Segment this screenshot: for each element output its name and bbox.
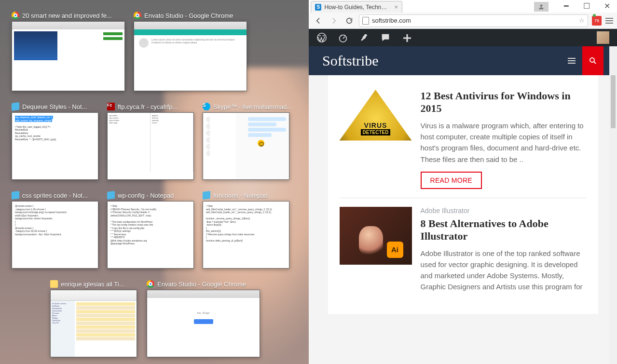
bookmark-star-icon[interactable]: ☆ xyxy=(579,17,585,24)
task-item[interactable]: S Skype™ - live:muhammad... ☺ xyxy=(203,103,292,180)
task-title: 20 smart new and improved fe... xyxy=(22,12,112,19)
browser-tab[interactable]: S How-to Guides, Technolog × xyxy=(311,1,402,13)
svg-point-0 xyxy=(540,4,543,7)
minimize-button[interactable]: ━ xyxy=(556,0,576,12)
chrome-icon xyxy=(147,280,154,288)
task-item[interactable]: wp-config - Notepad <?php// BEGIN iTheme… xyxy=(107,191,194,269)
task-thumbnail[interactable]: @media screen {.category-icon-1.26 a:hov… xyxy=(12,201,98,269)
task-title: Envato Studio - Google Chrome xyxy=(157,281,246,288)
user-avatar[interactable] xyxy=(597,31,609,44)
article-title[interactable]: 8 Best Alternatives to Adobe Illustrator xyxy=(421,217,587,243)
task-item[interactable]: 20 smart new and improved fe... xyxy=(12,12,125,91)
svg-point-3 xyxy=(590,58,594,62)
article-card: Adobe Illustrator 8 Best Alternatives to… xyxy=(340,198,587,308)
task-thumbnail[interactable]: ☺ xyxy=(203,112,289,180)
notepad-icon xyxy=(12,102,19,111)
dashboard-icon[interactable] xyxy=(338,32,348,43)
forward-button[interactable] xyxy=(328,15,340,27)
back-button[interactable] xyxy=(313,15,324,27)
task-row: css sprites code - Not... @media screen … xyxy=(12,191,309,269)
task-thumbnail[interactable]: <?php// BEGIN iThemes Security - Do not … xyxy=(107,201,194,269)
browser-toolbar: softstribe.com ☆ 78 xyxy=(309,13,617,29)
chrome-user-button[interactable] xyxy=(534,2,548,12)
address-bar[interactable]: softstribe.com ☆ xyxy=(359,14,588,27)
task-item[interactable]: Dequeue Styles - Not... wp_dequeue_style… xyxy=(12,103,98,180)
page-icon xyxy=(362,17,369,25)
task-row: Dequeue Styles - Not... wp_dequeue_style… xyxy=(12,103,309,180)
search-button[interactable] xyxy=(582,46,603,75)
chrome-icon xyxy=(12,12,19,19)
task-thumbnail[interactable] xyxy=(12,21,125,91)
task-item[interactable]: Envato Studio - Google Chrome Lorem ipsu… xyxy=(134,12,247,91)
task-thumbnail[interactable]: wp_dequeue_style( 'jetpack_css' ); add_a… xyxy=(12,112,98,180)
tab-title: How-to Guides, Technolog xyxy=(324,4,389,11)
url-text: softstribe.com xyxy=(372,17,411,24)
article-card: VIRUS DETECTED 12 Best Antivirus for Win… xyxy=(340,81,587,198)
scrollbar-thumb[interactable] xyxy=(611,75,616,128)
task-title: Dequeue Styles - Not... xyxy=(22,103,87,110)
task-view-overlay: 20 smart new and improved fe... Envato S… xyxy=(0,0,309,364)
chrome-icon xyxy=(134,12,141,19)
maximize-button[interactable]: ☐ xyxy=(576,0,597,12)
filezilla-icon: Fz xyxy=(107,103,115,110)
notepad-icon xyxy=(12,191,19,200)
task-thumbnail[interactable]: <?phpadd_filter('script_loader_src','_re… xyxy=(203,201,289,269)
task-item[interactable]: css sprites code - Not... @media screen … xyxy=(12,191,98,269)
task-title: Envato Studio - Google Chrome xyxy=(144,12,233,19)
article-title[interactable]: 12 Best Antivirus for Windows in 2015 xyxy=(421,90,587,115)
notepad-icon xyxy=(203,191,210,200)
add-new-icon[interactable] xyxy=(401,32,412,43)
customize-brush-icon[interactable] xyxy=(359,32,370,43)
notepad-icon xyxy=(107,191,115,200)
wordpress-admin-bar xyxy=(309,29,617,46)
task-title: enrique iglesias all Ti... xyxy=(61,281,124,288)
task-title: functions - Notepad xyxy=(213,192,268,199)
site-header: Softstribe xyxy=(309,46,617,75)
vertical-scrollbar[interactable] xyxy=(609,46,617,364)
site-title[interactable]: Softstribe xyxy=(322,53,379,69)
article-excerpt: Adobe Illustrator is one of the top rank… xyxy=(421,248,587,293)
chrome-menu-button[interactable] xyxy=(605,18,613,24)
task-row: 20 smart new and improved fe... Envato S… xyxy=(12,12,309,91)
page-content: Softstribe VIRUS DETECTED 12 Best Antivi… xyxy=(309,46,617,364)
tab-close-icon[interactable]: × xyxy=(394,3,398,11)
read-more-button[interactable]: READ MORE xyxy=(421,172,482,189)
mobile-menu-button[interactable] xyxy=(561,50,582,71)
task-title: ftp.cyca.fr - cycafrfp... xyxy=(118,103,178,110)
task-thumbnail[interactable]: ★ Quick accessDesktopDownloadsDocumentsP… xyxy=(50,290,137,357)
svg-point-1 xyxy=(317,33,326,42)
article-thumbnail[interactable] xyxy=(340,207,412,265)
favicon-icon: S xyxy=(315,4,321,11)
article-excerpt: Virus is a malware program which, after … xyxy=(421,120,587,165)
task-item[interactable]: functions - Notepad <?phpadd_filter('scr… xyxy=(203,191,289,269)
task-thumbnail[interactable]: Lorem ipsum dolor sit amet consectetur a… xyxy=(134,21,247,91)
task-item[interactable]: Fz ftp.cyca.fr - cycafrfp... wp-adminwp-… xyxy=(107,103,194,180)
article-category[interactable]: Adobe Illustrator xyxy=(421,207,587,215)
task-row: enrique iglesias all Ti... ★ Quick acces… xyxy=(12,280,309,357)
reload-button[interactable] xyxy=(343,15,355,27)
task-thumbnail[interactable]: Aw, Snap! xyxy=(147,290,260,357)
task-title: css sprites code - Not... xyxy=(22,192,88,199)
skype-icon: S xyxy=(203,103,210,110)
folder-icon xyxy=(50,280,58,288)
wordpress-icon[interactable] xyxy=(316,32,327,43)
article-list: VIRUS DETECTED 12 Best Antivirus for Win… xyxy=(328,75,598,314)
task-title: Skype™ - live:muhammad... xyxy=(213,103,292,110)
extension-badge[interactable]: 78 xyxy=(592,16,602,26)
window-controls: ━ ☐ ✕ xyxy=(556,0,617,12)
task-title: wp-config - Notepad xyxy=(118,192,174,199)
close-button[interactable]: ✕ xyxy=(597,0,617,12)
comments-icon[interactable] xyxy=(380,32,391,43)
task-item[interactable]: Envato Studio - Google Chrome Aw, Snap! xyxy=(147,280,260,357)
task-item[interactable]: enrique iglesias all Ti... ★ Quick acces… xyxy=(50,280,137,357)
task-thumbnail[interactable]: wp-adminwp-contentwp-includesindex.php p… xyxy=(107,112,194,180)
chrome-window: ━ ☐ ✕ S How-to Guides, Technolog × softs… xyxy=(309,0,617,364)
article-thumbnail[interactable]: VIRUS DETECTED xyxy=(340,90,412,148)
